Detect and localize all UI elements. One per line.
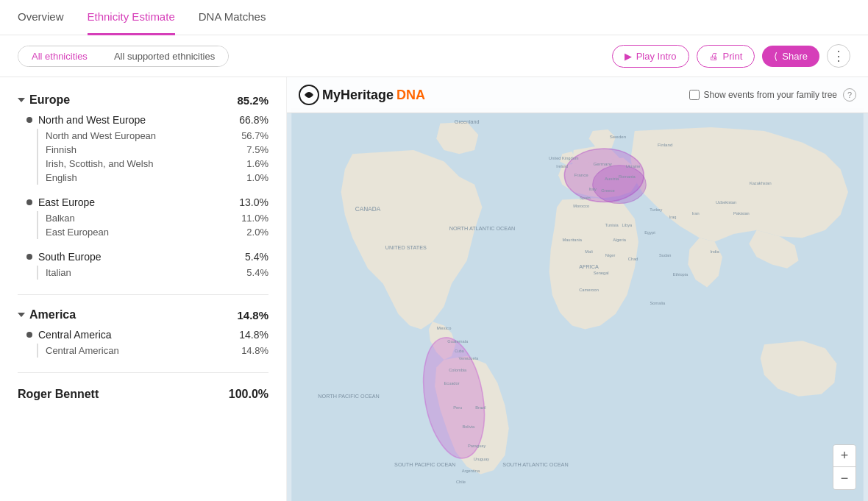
more-options-button[interactable]: ⋮ <box>827 44 850 68</box>
print-icon: 🖨 <box>709 51 719 62</box>
region-america-header[interactable]: America 14.8% <box>18 304 268 326</box>
person-name: Roger Bennett <box>18 388 99 401</box>
zoom-in-button[interactable]: + <box>833 445 855 467</box>
svg-text:India: India <box>710 249 719 254</box>
sub-region-south-europe: South Europe 5.4% Italian 5.4% <box>26 248 268 280</box>
toolbar-actions: ▶ Play Intro 🖨 Print ⟨ Share ⋮ <box>612 44 850 68</box>
svg-text:SOUTH ATLANTIC OCEAN: SOUTH ATLANTIC OCEAN <box>502 461 568 468</box>
svg-text:Mexico: Mexico <box>437 325 452 330</box>
dot-south-icon <box>26 254 32 260</box>
svg-text:Germany: Germany <box>593 161 612 166</box>
total-row: Roger Bennett 100.0% <box>18 382 268 401</box>
toggle-all-ethnicities[interactable]: All ethnicities <box>18 46 101 66</box>
zoom-out-button[interactable]: − <box>833 467 855 489</box>
detail-english: English 1.0% <box>37 171 268 185</box>
logo-text: MyHeritage <box>322 88 394 103</box>
svg-text:Uruguay: Uruguay <box>474 457 490 461</box>
detail-irish: Irish, Scottish, and Welsh 1.6% <box>37 157 268 171</box>
chevron-america-icon <box>18 313 25 317</box>
svg-text:Mauritania: Mauritania <box>562 238 582 242</box>
nav-dna-matches[interactable]: DNA Matches <box>199 0 266 35</box>
detail-italian: Italian 5.4% <box>37 266 268 280</box>
svg-text:Iraq: Iraq <box>669 215 677 219</box>
svg-text:Brazil: Brazil <box>475 405 485 410</box>
region-europe: Europe 85.2% North and West Europe 66.8%… <box>18 89 268 280</box>
dot-central-icon <box>26 332 32 338</box>
print-button[interactable]: 🖨 Print <box>697 45 755 68</box>
nav-overview[interactable]: Overview <box>18 0 64 35</box>
svg-text:AFRICA: AFRICA <box>579 263 599 270</box>
logo-icon <box>299 85 319 105</box>
svg-text:NORTH ATLANTIC OCEAN: NORTH ATLANTIC OCEAN <box>449 225 516 232</box>
svg-point-3 <box>593 166 647 204</box>
svg-text:NORTH PACIFIC OCEAN: NORTH PACIFIC OCEAN <box>318 393 380 399</box>
show-events-checkbox[interactable] <box>689 90 700 100</box>
svg-text:Romania: Romania <box>619 174 636 179</box>
svg-text:Libya: Libya <box>622 223 633 227</box>
svg-text:Senegal: Senegal <box>594 271 609 275</box>
svg-text:Greenland: Greenland <box>455 118 480 125</box>
svg-text:Pakistan: Pakistan <box>733 211 750 216</box>
svg-text:SOUTH PACIFIC OCEAN: SOUTH PACIFIC OCEAN <box>394 461 455 468</box>
region-europe-pct: 85.2% <box>237 94 268 107</box>
svg-text:Argentina: Argentina <box>462 469 480 473</box>
region-america: America 14.8% Central America 14.8% Cent… <box>18 304 268 358</box>
svg-text:Cuba: Cuba <box>455 349 463 353</box>
svg-text:Sudan: Sudan <box>659 253 671 257</box>
sub-region-ca-pct: 14.8% <box>239 329 268 341</box>
svg-text:Italy: Italy <box>589 187 597 191</box>
world-map: CANADA UNITED STATES NORTH PACIFIC OCEAN… <box>287 108 868 501</box>
navigation: Overview Ethnicity Estimate DNA Matches <box>0 0 868 35</box>
sub-region-ca-label: Central America <box>38 329 112 341</box>
divider-2 <box>18 372 268 373</box>
detail-central-american: Central American 14.8% <box>37 344 268 358</box>
region-europe-header[interactable]: Europe 85.2% <box>18 89 268 111</box>
svg-text:Ireland: Ireland <box>556 164 568 168</box>
map-header-controls: Show events from your family tree ? <box>689 88 856 102</box>
sub-region-east-europe: East Europe 13.0% Balkan 11.0% East Euro… <box>26 193 268 239</box>
logo-dna-text: DNA <box>396 88 425 103</box>
svg-text:Spain: Spain <box>580 196 591 200</box>
svg-text:Colombia: Colombia <box>449 368 467 372</box>
svg-text:Algeria: Algeria <box>613 238 627 242</box>
svg-text:Austria: Austria <box>605 176 619 181</box>
svg-text:Turkey: Turkey <box>650 207 662 212</box>
play-intro-button[interactable]: ▶ Play Intro <box>612 45 689 68</box>
ethnicity-sidebar: Europe 85.2% North and West Europe 66.8%… <box>0 77 287 501</box>
view-toggle: All ethnicities All supported ethnicitie… <box>18 46 229 67</box>
detail-east-european: East European 2.0% <box>37 225 268 239</box>
svg-text:Guatemala: Guatemala <box>447 339 469 344</box>
svg-text:Tunisia: Tunisia <box>605 223 619 227</box>
svg-text:Kazakhstan: Kazakhstan <box>750 181 772 185</box>
sub-region-se-label: South Europe <box>38 251 102 263</box>
detail-finnish: Finnish 7.5% <box>37 143 268 157</box>
svg-text:Sweden: Sweden <box>610 134 627 139</box>
svg-text:Ukraine: Ukraine <box>626 164 641 168</box>
chevron-europe-icon <box>18 98 25 102</box>
sub-region-nwe-label: North and West Europe <box>38 114 146 126</box>
play-icon: ▶ <box>625 51 632 62</box>
svg-text:Iran: Iran <box>692 211 700 216</box>
sub-region-north-west-europe: North and West Europe 66.8% North and We… <box>26 111 268 185</box>
svg-text:Venezuela: Venezuela <box>458 356 478 360</box>
detail-nwe: North and West European 56.7% <box>37 129 268 143</box>
sub-region-se-pct: 5.4% <box>245 251 268 263</box>
svg-text:Niger: Niger <box>605 253 616 257</box>
map-panel: MyHeritageDNA Show events from your fami… <box>287 77 868 501</box>
svg-text:UNITED STATES: UNITED STATES <box>385 244 427 251</box>
svg-text:Ethiopia: Ethiopia <box>673 272 689 277</box>
svg-text:Chile: Chile <box>456 480 466 484</box>
help-icon[interactable]: ? <box>843 88 856 102</box>
nav-ethnicity[interactable]: Ethnicity Estimate <box>88 0 175 35</box>
svg-text:Finland: Finland <box>658 142 673 147</box>
svg-text:Peru: Peru <box>453 405 462 410</box>
region-europe-label: Europe <box>29 93 70 107</box>
share-button[interactable]: ⟨ Share <box>762 46 819 67</box>
divider <box>18 294 268 295</box>
toggle-all-supported[interactable]: All supported ethnicities <box>101 46 228 66</box>
share-icon: ⟨ <box>774 51 778 62</box>
svg-text:Cameroon: Cameroon <box>579 288 599 292</box>
sub-region-nwe-pct: 66.8% <box>239 114 268 126</box>
svg-text:CANADA: CANADA <box>355 205 381 213</box>
map-header: MyHeritageDNA Show events from your fami… <box>287 77 868 113</box>
